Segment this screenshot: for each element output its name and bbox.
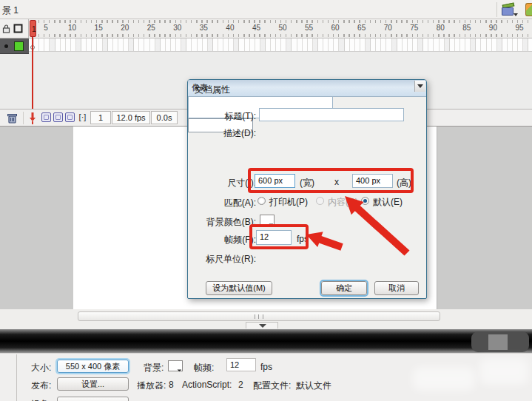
swatch-dropdown-icon — [175, 365, 181, 371]
ruler-number: 40 — [226, 24, 234, 32]
modify-onion-markers-icon[interactable]: [·] — [77, 111, 88, 124]
player-value: 8 — [169, 380, 174, 390]
center-frame-icon[interactable] — [27, 112, 38, 125]
actionscript-value: 2 — [238, 380, 243, 390]
scene-bar — [0, 0, 532, 19]
dropdown-arrow-icon[interactable] — [414, 81, 425, 92]
title-field-label: 标题(T): — [192, 110, 256, 123]
ruler-number: 10 — [68, 24, 76, 32]
size-field-label: 尺寸(I): — [192, 177, 256, 189]
current-frame-indicator: 1 — [90, 111, 111, 124]
ruler-ticks-top — [29, 20, 532, 23]
match-contents-label: 内容(C) — [328, 196, 358, 209]
dialog-title-bar[interactable]: 文档属性 — [188, 80, 426, 97]
ruler-number: 45 — [252, 24, 260, 32]
ruler-number: 80 — [437, 24, 445, 32]
fps-highlight-box — [249, 224, 309, 249]
ruler-number: 50 — [278, 24, 286, 32]
ruler-number: 65 — [357, 24, 366, 32]
timeline-ruler[interactable]: 5101520253035404550556065707580859095 — [29, 19, 532, 38]
panel-collapse-tab[interactable] — [246, 322, 278, 328]
playhead-marker[interactable]: 1 — [30, 20, 36, 37]
outline-column-icon[interactable] — [13, 24, 23, 33]
ruler-number: 5 — [44, 24, 48, 32]
ruler-number: 20 — [121, 24, 129, 32]
onion-skin-icon[interactable] — [41, 112, 51, 122]
edit-scene-icon[interactable] — [502, 4, 516, 16]
layer-outline-color-swatch[interactable] — [14, 41, 24, 51]
size-label: 大小: — [31, 362, 51, 374]
ruler-number: 30 — [173, 24, 181, 32]
player-label: 播放器: — [137, 380, 166, 392]
description-field-label: 描述(D): — [192, 127, 256, 140]
clapper-base-icon — [502, 7, 514, 16]
scene-title: 景 1 — [2, 4, 18, 17]
blurred-watermark — [479, 358, 528, 385]
framerate-input[interactable]: 12 — [226, 358, 256, 371]
delete-layer-trash-icon[interactable] — [6, 112, 18, 124]
panel-divider — [16, 354, 17, 401]
edit-multiple-frames-icon[interactable] — [65, 112, 75, 122]
playhead-frame-number: 1 — [32, 25, 36, 33]
profile-value: 默认文件 — [296, 380, 331, 392]
match-contents-radio — [316, 197, 324, 205]
edit-symbol-icon[interactable] — [525, 3, 532, 16]
ruler-number: 75 — [410, 24, 418, 32]
playhead-line — [32, 37, 33, 120]
size-highlight-box — [248, 168, 414, 193]
ruler-number: 60 — [331, 24, 340, 32]
bg-color-field-label: 背景颜色(B): — [192, 216, 256, 229]
actionscript-label: ActionScript: — [182, 380, 232, 390]
make-default-button[interactable]: 设为默认值(M) — [206, 281, 272, 295]
publish-label: 发布: — [31, 380, 51, 392]
collapsed-panel-band — [0, 329, 532, 353]
scrollbar-grip-icon[interactable] — [255, 314, 263, 319]
chevron-down-icon — [514, 13, 518, 16]
fps-unit-label: fps — [260, 362, 272, 372]
fps-field-label: 帧频(F): — [192, 234, 256, 246]
collapse-arrow-icon — [259, 324, 266, 328]
lock-column-icon[interactable] — [1, 24, 11, 33]
match-printer-label[interactable]: 打印机(P) — [269, 196, 308, 209]
timeline-layer-header — [0, 19, 29, 38]
document-size-button[interactable]: 550 x 400 像素 — [57, 360, 129, 373]
ok-button[interactable]: 确定 — [321, 281, 367, 295]
title-input[interactable] — [259, 108, 404, 121]
document-properties-dialog: 文档属性 标题(T): 描述(D): 尺寸(I): 600 px (宽) x 4… — [187, 79, 427, 299]
cancel-button[interactable]: 取消 — [374, 281, 419, 295]
ruler-number: 25 — [147, 24, 155, 32]
publish-settings-button[interactable]: 设置... — [57, 377, 129, 391]
framerate-label: 帧频: — [194, 362, 214, 374]
profile-label: 配置文件: — [253, 380, 291, 392]
match-field-label: 匹配(A): — [192, 197, 256, 209]
background-label: 背景: — [144, 362, 164, 374]
status-divider — [23, 112, 24, 124]
ruler-number: 55 — [305, 24, 313, 32]
ruler-number: 95 — [515, 24, 523, 32]
device-settings-button[interactable] — [57, 397, 129, 401]
frame-rate-indicator[interactable]: 12.0 fps — [112, 111, 150, 124]
background-color-swatch[interactable] — [168, 360, 183, 371]
horizontal-scrollbar[interactable] — [78, 311, 440, 321]
match-printer-radio[interactable] — [257, 197, 266, 205]
match-default-label[interactable]: 默认(E) — [373, 196, 403, 209]
ruler-number: 15 — [95, 24, 103, 32]
blurred-watermark-inner — [488, 334, 508, 350]
ruler-units-value: 像素 — [192, 82, 208, 93]
ruler-ticks-bottom — [29, 34, 532, 37]
blurred-watermark — [413, 367, 475, 391]
ruler-number: 90 — [489, 24, 497, 32]
elapsed-time-indicator: 0.0s — [151, 111, 178, 124]
ruler-number: 85 — [462, 24, 471, 32]
layer-frames-row[interactable] — [29, 38, 532, 52]
toolbar-divider — [496, 2, 497, 17]
ruler-number: 70 — [384, 24, 392, 32]
layer-active-dot-icon — [4, 44, 8, 48]
ruler-units-field-label: 标尺单位(R): — [192, 253, 256, 266]
ruler-number: 35 — [200, 24, 208, 32]
match-default-radio[interactable] — [361, 197, 369, 205]
onion-skin-outlines-icon[interactable] — [53, 112, 63, 122]
layer-row[interactable] — [0, 38, 29, 54]
device-label: 设备: — [31, 398, 51, 401]
